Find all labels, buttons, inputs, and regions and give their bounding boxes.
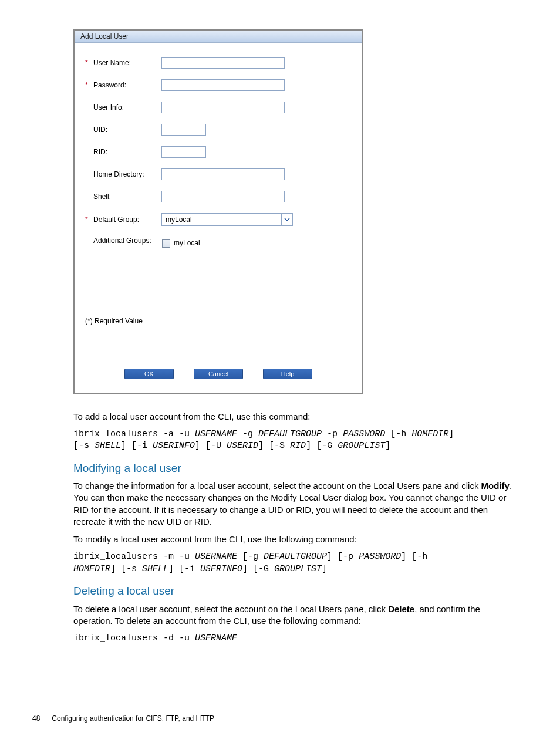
modify-cli-intro: To modify a local user account from the …	[73, 534, 519, 545]
required-marker: *	[85, 215, 93, 224]
add-local-user-dialog: Add Local User * User Name: * Password: …	[73, 29, 363, 394]
homedir-label: Home Directory:	[93, 170, 161, 178]
cancel-button[interactable]: Cancel	[194, 369, 243, 379]
page-footer: 48 Configuring authentication for CIFS, …	[32, 714, 214, 723]
shell-label: Shell:	[93, 193, 161, 201]
defaultgroup-value: myLocal	[162, 214, 281, 225]
modify-paragraph: To change the information for a local us…	[73, 480, 519, 528]
rid-label: RID:	[93, 148, 161, 156]
additionalgroups-option-label: myLocal	[174, 239, 200, 247]
password-label: Password:	[93, 81, 161, 89]
add-cli-intro: To add a local user account from the CLI…	[73, 411, 519, 423]
delete-cli-command: ibrix_localusers -d -u USERNAME	[73, 633, 519, 644]
add-cli-command: ibrix_localusers -a -u USERNAME -g DEFAU…	[73, 428, 519, 453]
delete-paragraph: To delete a local user account, select t…	[73, 603, 519, 627]
userinfo-input[interactable]	[161, 102, 285, 113]
modify-heading: Modifying a local user	[73, 461, 519, 476]
rid-input[interactable]	[161, 146, 206, 158]
checkbox-icon[interactable]	[162, 239, 170, 248]
userinfo-label: User Info:	[93, 103, 161, 112]
password-input[interactable]	[161, 79, 285, 91]
footer-section-title: Configuring authentication for CIFS, FTP…	[52, 714, 214, 723]
uid-input[interactable]	[161, 124, 206, 136]
username-label: User Name:	[93, 59, 161, 67]
modify-cli-command: ibrix_localusers -m -u USERNAME [-g DEFA…	[73, 551, 519, 575]
homedir-input[interactable]	[161, 168, 285, 180]
ok-button[interactable]: OK	[124, 369, 174, 379]
uid-label: UID:	[93, 126, 161, 134]
required-value-note: (*) Required Value	[85, 258, 352, 355]
username-input[interactable]	[161, 57, 285, 69]
shell-input[interactable]	[161, 191, 285, 202]
required-marker: *	[85, 81, 93, 89]
delete-heading: Deleting a local user	[73, 583, 519, 599]
help-button[interactable]: Help	[263, 369, 312, 379]
dialog-title: Add Local User	[75, 31, 362, 43]
defaultgroup-select[interactable]: myLocal	[161, 213, 293, 226]
defaultgroup-label: Default Group:	[93, 215, 161, 224]
required-marker: *	[85, 59, 93, 67]
chevron-down-icon[interactable]	[281, 214, 292, 225]
additionalgroups-label: Additional Groups:	[93, 237, 161, 245]
additionalgroups-option[interactable]: myLocal	[162, 239, 200, 247]
page-number: 48	[32, 714, 50, 723]
